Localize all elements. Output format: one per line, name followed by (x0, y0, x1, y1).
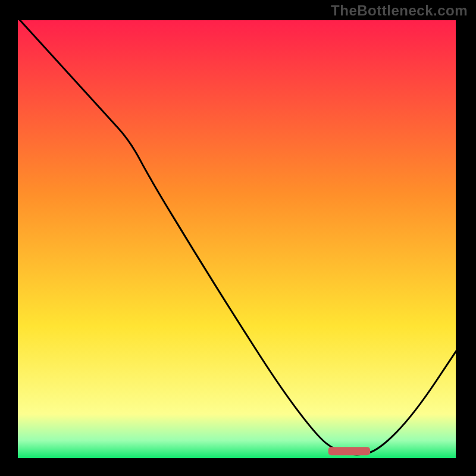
gradient-background (18, 18, 458, 458)
plot-area (18, 18, 458, 458)
valley-marker (328, 447, 370, 455)
chart-svg (18, 18, 458, 458)
chart-frame: TheBottleneck.com (0, 0, 476, 476)
watermark-text: TheBottleneck.com (331, 2, 468, 19)
